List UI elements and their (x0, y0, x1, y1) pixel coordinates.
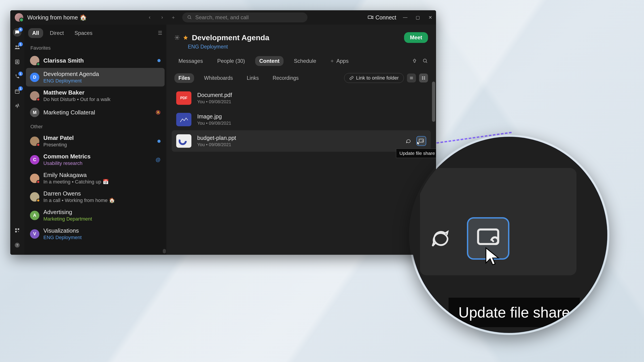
tooltip: Update file share (396, 149, 436, 158)
tab-content[interactable]: Content (255, 56, 284, 66)
star-icon[interactable] (183, 35, 188, 40)
grid-icon (421, 76, 426, 80)
nav-forward[interactable]: › (160, 14, 165, 20)
item-name: Clarissa Smith (44, 57, 84, 64)
svg-text:?: ? (16, 243, 18, 247)
mention-icon: @ (156, 157, 160, 163)
cursor-icon (416, 141, 421, 146)
search-input[interactable]: Search, meet, and call (182, 12, 308, 22)
subtab-files[interactable]: Files (174, 73, 194, 83)
item-name: Darren Owens (44, 190, 115, 197)
main-panel: Development Agenda Meet ENG Deployment M… (166, 10, 436, 255)
svg-line-1 (190, 18, 192, 19)
link-online-folder-button[interactable]: Link to online folder (344, 73, 404, 83)
list-item[interactable]: DDevelopment AgendaENG Deployment (26, 68, 164, 86)
item-sub: Do Not Disturb • Out for a walk (44, 96, 110, 102)
link-icon (349, 76, 354, 80)
svg-rect-25 (424, 76, 425, 77)
meet-button[interactable]: Meet (404, 32, 428, 43)
item-name: Umar Patel (44, 134, 74, 141)
avatar: D (30, 73, 39, 82)
avatar (30, 174, 39, 183)
file-chat-button[interactable] (404, 136, 413, 146)
user-avatar[interactable] (15, 13, 23, 22)
rail-help[interactable]: ? (13, 241, 22, 249)
window-close[interactable]: ✕ (428, 15, 432, 20)
tab-schedule[interactable]: Schedule (290, 56, 320, 66)
item-sub: ENG Deployment (44, 235, 82, 240)
gear-icon[interactable] (174, 35, 180, 40)
list-item[interactable]: MMarketing Collateral🔕 (26, 105, 164, 120)
item-name: Development Agenda (44, 71, 99, 77)
calendar-badge: 1 (18, 86, 23, 91)
list-item[interactable]: VVisualizationsENG Deployment (26, 225, 164, 243)
pin-icon[interactable] (412, 58, 417, 64)
sidebar-scrollbar[interactable] (163, 28, 166, 253)
subtab-links[interactable]: Links (243, 73, 263, 83)
list-item[interactable]: Emily NakagawaIn a meeting • Catching up… (26, 169, 164, 187)
tab-people[interactable]: People (30) (213, 56, 249, 66)
avatar (30, 91, 39, 100)
file-row[interactable]: PDFDocument.pdfYou • 09/08/2021 (172, 87, 431, 109)
app-window: Working from home 🏠 ‹ › ＋ Search, meet, … (10, 10, 436, 255)
file-row[interactable]: budget-plan.pptYou • 09/08/2021Update fi… (172, 130, 431, 152)
user-status[interactable]: Working from home 🏠 (27, 14, 87, 21)
avatar: A (30, 211, 39, 220)
avatar: M (30, 108, 39, 117)
file-meta: You • 09/08/2021 (197, 99, 232, 104)
svg-rect-15 (18, 231, 18, 231)
window-maximize[interactable]: ▢ (416, 15, 420, 20)
view-grid-button[interactable] (419, 73, 428, 82)
link-folder-label: Link to online folder (356, 75, 399, 81)
rail-meetings[interactable]: 1 (13, 87, 22, 96)
activity-icon (14, 103, 20, 109)
main-scrollbar[interactable] (432, 81, 435, 151)
search-icon (187, 15, 192, 20)
file-thumbnail: PDF (176, 91, 192, 105)
rail-messaging[interactable]: 4 (13, 28, 22, 37)
view-list-button[interactable] (407, 73, 416, 82)
connect-button[interactable]: Connect (368, 14, 396, 21)
subtab-whiteboards[interactable]: Whiteboards (200, 73, 237, 83)
rail-apps[interactable] (13, 226, 22, 235)
list-item[interactable]: AAdvertisingMarketing Department (26, 206, 164, 225)
svg-rect-7 (15, 90, 19, 93)
list-item[interactable]: Matthew BakerDo Not Disturb • Out for a … (26, 86, 164, 105)
list-item[interactable]: Umar PatelPresenting (26, 132, 164, 150)
new-button[interactable]: ＋ (170, 14, 176, 21)
tab-apps[interactable]: +Apps (326, 56, 353, 66)
window-minimize[interactable]: — (403, 15, 408, 20)
nav-rail: 4 1 1 1 ? (10, 10, 24, 255)
subtab-recordings[interactable]: Recordings (268, 73, 302, 83)
list-icon (409, 76, 414, 80)
svg-point-18 (176, 37, 178, 38)
item-sub: ENG Deployment (44, 78, 99, 84)
section-favorites-label: Favorites (24, 41, 166, 53)
search-icon[interactable] (422, 58, 428, 64)
other-list: Umar PatelPresentingCCommon MetricsUsabi… (24, 132, 166, 243)
avatar (30, 137, 39, 146)
rail-calls[interactable]: 1 (13, 72, 22, 81)
avatar: V (30, 229, 39, 239)
teams-badge: 1 (18, 42, 23, 46)
rail-contacts[interactable] (13, 58, 22, 66)
svg-point-19 (423, 59, 426, 62)
list-item[interactable]: Darren OwensIn a call • Working from hom… (26, 187, 164, 206)
tab-direct[interactable]: Direct (46, 28, 68, 38)
item-name: Common Metrics (44, 153, 90, 160)
file-name: Document.pdf (197, 92, 232, 98)
file-row[interactable]: Image.jpgYou • 09/08/2021 (172, 109, 431, 130)
sidebar-filter-icon[interactable]: ☰ (158, 30, 162, 36)
nav-back[interactable]: ‹ (147, 14, 152, 20)
tab-messages[interactable]: Messages (174, 56, 207, 66)
space-subtitle: ENG Deployment (188, 44, 428, 50)
rail-teams[interactable]: 1 (13, 43, 22, 51)
rail-activity[interactable] (13, 102, 22, 110)
tab-spaces[interactable]: Spaces (70, 28, 96, 38)
list-item[interactable]: CCommon MetricsUsability research@ (26, 150, 164, 169)
svg-line-20 (426, 62, 427, 63)
avatar (30, 56, 39, 65)
zoom-tooltip: Update file share (448, 298, 580, 327)
tab-all[interactable]: All (28, 28, 43, 38)
list-item[interactable]: Clarissa Smith (26, 53, 164, 68)
